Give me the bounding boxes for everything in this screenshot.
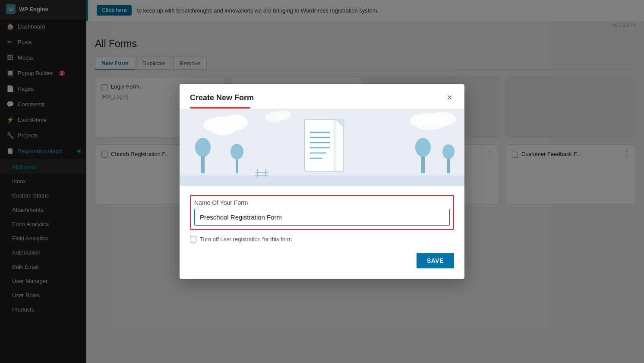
turn-off-registration-label[interactable]: Turn off user registration for this form [200,236,292,242]
save-button[interactable]: SAVE [417,253,454,268]
create-new-form-modal: Create New Form × [180,84,464,279]
form-name-label: Name Of Your Form [194,199,450,206]
svg-point-14 [415,138,431,157]
modal-overlay[interactable]: Create New Form × [0,0,644,363]
modal-illustration [180,108,464,186]
modal-close-button[interactable]: × [445,92,454,103]
svg-point-2 [224,115,248,130]
svg-point-6 [410,115,429,127]
modal-body: Name Of Your Form Turn off user registra… [180,186,464,279]
svg-point-3 [203,119,221,131]
svg-point-8 [275,110,291,120]
svg-rect-30 [180,175,464,186]
svg-point-5 [430,112,456,126]
turn-off-registration-checkbox[interactable] [190,236,196,242]
svg-point-10 [195,138,211,157]
checkbox-row: Turn off user registration for this form [190,236,454,242]
svg-point-16 [442,144,455,159]
modal-footer: SAVE [190,251,454,268]
modal-header: Create New Form × [180,84,464,103]
svg-rect-23 [305,119,335,171]
modal-title: Create New Form [190,93,254,102]
form-name-container: Name Of Your Form [190,195,454,230]
form-name-input[interactable] [194,209,450,226]
svg-point-12 [230,144,243,159]
